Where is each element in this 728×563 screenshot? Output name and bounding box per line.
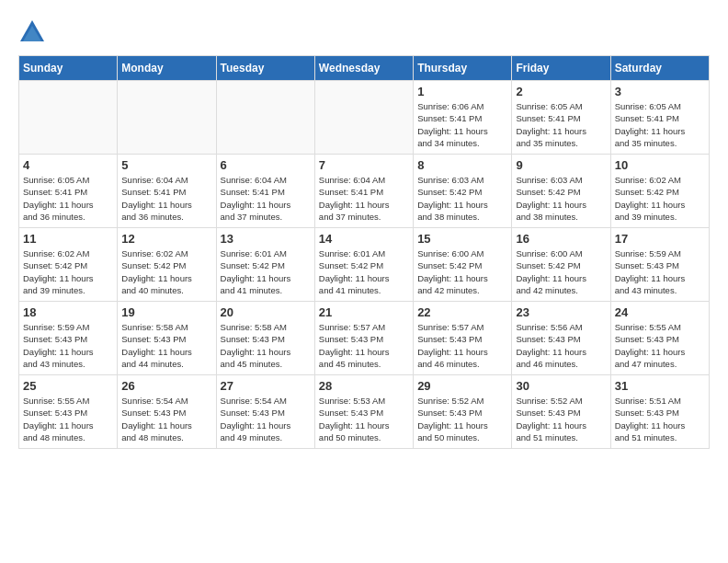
calendar-cell: 6Sunrise: 6:04 AM Sunset: 5:41 PM Daylig…	[216, 155, 314, 228]
day-info: Sunrise: 5:59 AM Sunset: 5:43 PM Dayligh…	[615, 247, 705, 296]
calendar-cell: 14Sunrise: 6:01 AM Sunset: 5:42 PM Dayli…	[314, 228, 413, 302]
calendar-cell: 29Sunrise: 5:52 AM Sunset: 5:43 PM Dayli…	[414, 375, 512, 449]
day-number: 29	[417, 379, 507, 393]
day-number: 8	[417, 158, 507, 172]
day-info: Sunrise: 6:00 AM Sunset: 5:42 PM Dayligh…	[417, 247, 507, 296]
day-info: Sunrise: 5:54 AM Sunset: 5:43 PM Dayligh…	[221, 395, 311, 443]
day-info: Sunrise: 6:03 AM Sunset: 5:42 PM Dayligh…	[417, 174, 507, 223]
day-number: 30	[516, 379, 606, 393]
calendar-cell: 16Sunrise: 6:00 AM Sunset: 5:42 PM Dayli…	[512, 228, 610, 302]
day-info: Sunrise: 6:06 AM Sunset: 5:41 PM Dayligh…	[417, 100, 507, 149]
day-number: 12	[121, 232, 211, 246]
calendar-cell: 31Sunrise: 5:51 AM Sunset: 5:43 PM Dayli…	[610, 375, 709, 449]
day-number: 28	[319, 379, 409, 393]
calendar-week-row: 4Sunrise: 6:05 AM Sunset: 5:41 PM Daylig…	[19, 155, 710, 228]
calendar-cell: 10Sunrise: 6:02 AM Sunset: 5:42 PM Dayli…	[610, 155, 709, 228]
calendar-cell: 19Sunrise: 5:58 AM Sunset: 5:43 PM Dayli…	[118, 302, 216, 375]
calendar-cell	[314, 81, 413, 155]
day-info: Sunrise: 5:51 AM Sunset: 5:43 PM Dayligh…	[615, 395, 705, 443]
day-info: Sunrise: 6:02 AM Sunset: 5:42 PM Dayligh…	[23, 247, 113, 296]
page-header	[18, 18, 710, 46]
calendar-cell: 20Sunrise: 5:58 AM Sunset: 5:43 PM Dayli…	[216, 302, 314, 375]
calendar-cell: 15Sunrise: 6:00 AM Sunset: 5:42 PM Dayli…	[414, 228, 512, 302]
weekday-header: Tuesday	[216, 56, 314, 81]
day-number: 23	[516, 305, 606, 319]
day-number: 6	[221, 158, 311, 172]
day-info: Sunrise: 6:01 AM Sunset: 5:42 PM Dayligh…	[319, 247, 409, 296]
day-info: Sunrise: 6:05 AM Sunset: 5:41 PM Dayligh…	[23, 174, 113, 223]
calendar-cell: 13Sunrise: 6:01 AM Sunset: 5:42 PM Dayli…	[216, 228, 314, 302]
day-info: Sunrise: 5:52 AM Sunset: 5:43 PM Dayligh…	[417, 395, 507, 443]
day-number: 1	[417, 85, 507, 98]
weekday-header: Sunday	[19, 56, 118, 81]
day-number: 22	[417, 305, 507, 319]
day-number: 31	[615, 379, 705, 393]
day-number: 4	[23, 158, 113, 172]
calendar-cell: 23Sunrise: 5:56 AM Sunset: 5:43 PM Dayli…	[512, 302, 610, 375]
day-info: Sunrise: 6:00 AM Sunset: 5:42 PM Dayligh…	[516, 247, 606, 296]
calendar-cell: 1Sunrise: 6:06 AM Sunset: 5:41 PM Daylig…	[414, 81, 512, 155]
day-number: 18	[23, 305, 113, 319]
day-number: 13	[221, 232, 311, 246]
day-info: Sunrise: 5:55 AM Sunset: 5:43 PM Dayligh…	[23, 395, 113, 443]
logo	[18, 18, 50, 46]
day-number: 10	[615, 158, 705, 172]
weekday-header: Thursday	[414, 56, 512, 81]
day-number: 27	[221, 379, 311, 393]
calendar-cell: 27Sunrise: 5:54 AM Sunset: 5:43 PM Dayli…	[216, 375, 314, 449]
calendar-table: SundayMondayTuesdayWednesdayThursdayFrid…	[18, 55, 710, 449]
day-number: 16	[516, 232, 606, 246]
day-info: Sunrise: 6:02 AM Sunset: 5:42 PM Dayligh…	[615, 174, 705, 223]
day-number: 21	[319, 305, 409, 319]
day-number: 14	[319, 232, 409, 246]
day-info: Sunrise: 5:58 AM Sunset: 5:43 PM Dayligh…	[221, 321, 311, 370]
calendar-cell: 22Sunrise: 5:57 AM Sunset: 5:43 PM Dayli…	[414, 302, 512, 375]
calendar-cell: 28Sunrise: 5:53 AM Sunset: 5:43 PM Dayli…	[314, 375, 413, 449]
day-info: Sunrise: 5:54 AM Sunset: 5:43 PM Dayligh…	[121, 395, 211, 443]
day-number: 25	[23, 379, 113, 393]
day-info: Sunrise: 6:04 AM Sunset: 5:41 PM Dayligh…	[121, 174, 211, 223]
calendar-cell	[216, 81, 314, 155]
calendar-cell: 18Sunrise: 5:59 AM Sunset: 5:43 PM Dayli…	[19, 302, 118, 375]
calendar-cell: 30Sunrise: 5:52 AM Sunset: 5:43 PM Dayli…	[512, 375, 610, 449]
day-number: 7	[319, 158, 409, 172]
weekday-header: Monday	[118, 56, 216, 81]
calendar-cell: 4Sunrise: 6:05 AM Sunset: 5:41 PM Daylig…	[19, 155, 118, 228]
day-number: 20	[221, 305, 311, 319]
day-info: Sunrise: 6:03 AM Sunset: 5:42 PM Dayligh…	[516, 174, 606, 223]
calendar-cell: 3Sunrise: 6:05 AM Sunset: 5:41 PM Daylig…	[610, 81, 709, 155]
day-number: 5	[121, 158, 211, 172]
calendar-cell: 7Sunrise: 6:04 AM Sunset: 5:41 PM Daylig…	[314, 155, 413, 228]
calendar-cell	[19, 81, 118, 155]
day-number: 15	[417, 232, 507, 246]
day-info: Sunrise: 5:52 AM Sunset: 5:43 PM Dayligh…	[516, 395, 606, 443]
day-number: 9	[516, 158, 606, 172]
day-number: 24	[615, 305, 705, 319]
day-info: Sunrise: 6:05 AM Sunset: 5:41 PM Dayligh…	[615, 100, 705, 149]
day-info: Sunrise: 6:01 AM Sunset: 5:42 PM Dayligh…	[221, 247, 311, 296]
day-info: Sunrise: 6:02 AM Sunset: 5:42 PM Dayligh…	[121, 247, 211, 296]
calendar-cell: 25Sunrise: 5:55 AM Sunset: 5:43 PM Dayli…	[19, 375, 118, 449]
calendar-cell: 26Sunrise: 5:54 AM Sunset: 5:43 PM Dayli…	[118, 375, 216, 449]
calendar-cell: 9Sunrise: 6:03 AM Sunset: 5:42 PM Daylig…	[512, 155, 610, 228]
day-number: 3	[615, 85, 705, 98]
calendar-cell: 17Sunrise: 5:59 AM Sunset: 5:43 PM Dayli…	[610, 228, 709, 302]
day-info: Sunrise: 6:05 AM Sunset: 5:41 PM Dayligh…	[516, 100, 606, 149]
calendar-week-row: 25Sunrise: 5:55 AM Sunset: 5:43 PM Dayli…	[19, 375, 710, 449]
day-info: Sunrise: 6:04 AM Sunset: 5:41 PM Dayligh…	[221, 174, 311, 223]
calendar-cell: 24Sunrise: 5:55 AM Sunset: 5:43 PM Dayli…	[610, 302, 709, 375]
day-number: 2	[516, 85, 606, 98]
day-info: Sunrise: 5:57 AM Sunset: 5:43 PM Dayligh…	[319, 321, 409, 370]
logo-icon	[18, 18, 46, 46]
day-info: Sunrise: 5:53 AM Sunset: 5:43 PM Dayligh…	[319, 395, 409, 443]
calendar-cell: 11Sunrise: 6:02 AM Sunset: 5:42 PM Dayli…	[19, 228, 118, 302]
day-number: 17	[615, 232, 705, 246]
day-info: Sunrise: 5:59 AM Sunset: 5:43 PM Dayligh…	[23, 321, 113, 370]
calendar-cell: 2Sunrise: 6:05 AM Sunset: 5:41 PM Daylig…	[512, 81, 610, 155]
weekday-header: Saturday	[610, 56, 709, 81]
calendar-cell: 12Sunrise: 6:02 AM Sunset: 5:42 PM Dayli…	[118, 228, 216, 302]
calendar-week-row: 11Sunrise: 6:02 AM Sunset: 5:42 PM Dayli…	[19, 228, 710, 302]
calendar-week-row: 18Sunrise: 5:59 AM Sunset: 5:43 PM Dayli…	[19, 302, 710, 375]
calendar-cell	[118, 81, 216, 155]
day-number: 26	[121, 379, 211, 393]
